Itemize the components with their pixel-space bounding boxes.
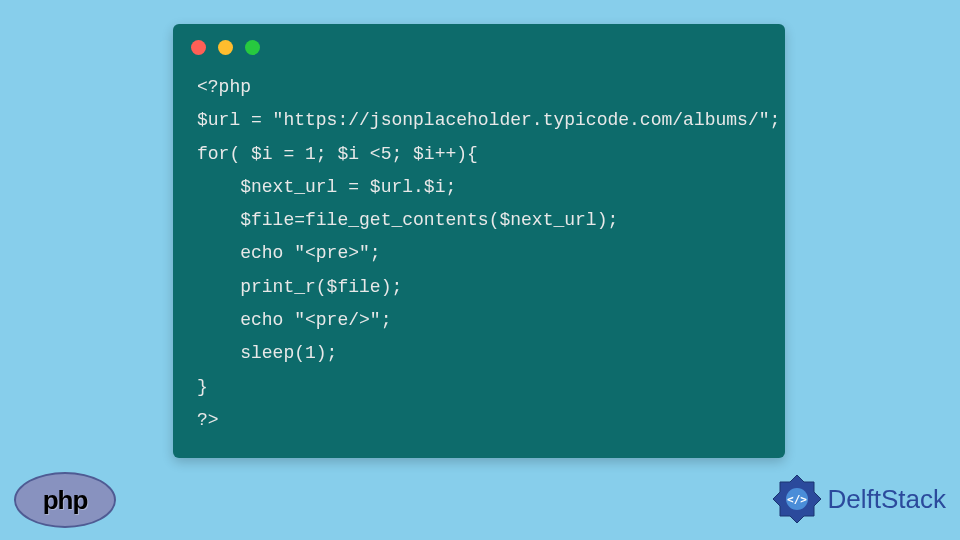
- delftstack-logo: </> DelftStack: [770, 472, 947, 526]
- delftstack-text: DelftStack: [828, 484, 947, 515]
- window-controls: [173, 24, 785, 63]
- minimize-icon: [218, 40, 233, 55]
- code-content: <?php $url = "https://jsonplaceholder.ty…: [173, 63, 785, 455]
- svg-text:</>: </>: [787, 493, 807, 506]
- maximize-icon: [245, 40, 260, 55]
- php-logo-text: php: [43, 485, 88, 516]
- code-window: <?php $url = "https://jsonplaceholder.ty…: [173, 24, 785, 458]
- delftstack-icon: </>: [770, 472, 824, 526]
- php-ellipse: php: [14, 472, 116, 528]
- php-logo: php: [14, 472, 116, 528]
- close-icon: [191, 40, 206, 55]
